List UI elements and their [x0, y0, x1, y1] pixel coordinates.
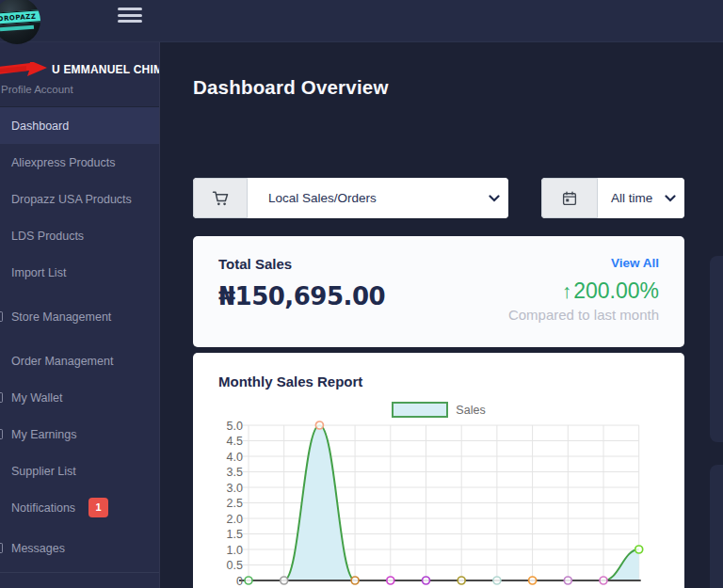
cut-off-icon: [0, 311, 3, 322]
sidebar-item-aliexpress-products[interactable]: Aliexpress Products: [0, 144, 159, 181]
logo-text: DROPAZZ: [0, 9, 40, 25]
profile-name: U EMMANUEL CHIM: [0, 62, 159, 77]
comparison-label: Compared to last month: [508, 307, 659, 323]
sales-filter-group: Local Sales/Orders: [193, 178, 508, 218]
filter-row: Local Sales/Orders All time: [193, 178, 684, 218]
cut-off-icon: [0, 543, 3, 553]
svg-text:2.5: 2.5: [227, 497, 243, 510]
dropazz-logo[interactable]: DROPAZZ: [0, 0, 40, 44]
main-content: Dashboard Overview Local Sales/Orders: [160, 42, 723, 588]
time-filter-group: All time: [541, 178, 684, 218]
chevron-down-icon: [489, 195, 500, 202]
scrollbar-thumb[interactable]: [710, 256, 723, 442]
sidebar-item-messages[interactable]: Messages: [0, 530, 159, 566]
svg-text:2.0: 2.0: [227, 513, 243, 526]
logo-ribbon: [0, 25, 34, 32]
sidebar-item-supplier-list[interactable]: Supplier List: [0, 453, 159, 489]
sidebar-item-store-management[interactable]: Store Management: [0, 298, 159, 335]
svg-text:0.5: 0.5: [227, 559, 243, 572]
sidebar-item-lds-products[interactable]: LDS Products: [0, 217, 159, 254]
chevron-down-icon: [665, 195, 676, 202]
chart-title: Monthly Sales Report: [218, 373, 659, 389]
total-sales-amount: ₦150,695.00: [218, 282, 385, 310]
calendar-icon: [541, 178, 598, 218]
notification-badge: 1: [88, 498, 108, 517]
sidebar-item-dashboard[interactable]: Dashboard: [0, 107, 159, 144]
svg-text:4.0: 4.0: [227, 451, 243, 464]
sidebar-item-training[interactable]: Training: [0, 572, 159, 588]
svg-text:0: 0: [236, 575, 243, 587]
scrollbar-thumb[interactable]: [710, 465, 723, 588]
svg-text:4.5: 4.5: [227, 435, 243, 448]
page-title: Dashboard Overview: [193, 76, 723, 99]
profile-subtitle: Profile Account: [1, 84, 159, 95]
monthly-sales-card: Monthly Sales Report Sales 5.04.54.03.53…: [193, 353, 684, 588]
svg-text:3.5: 3.5: [227, 466, 243, 479]
sidebar-item-my-wallet[interactable]: My Wallet: [0, 379, 159, 416]
up-arrow-icon: ↑: [562, 280, 572, 302]
sidebar-item-import-list[interactable]: Import List: [0, 254, 159, 291]
cut-off-icon: [0, 429, 3, 439]
sales-chart-area: 5.04.54.03.53.02.52.01.51.00.50: [218, 419, 659, 588]
hamburger-menu-icon[interactable]: [118, 8, 142, 26]
chart-legend[interactable]: Sales: [218, 402, 659, 418]
sidebar-nav: Dashboard Aliexpress Products Dropazz US…: [0, 107, 159, 588]
sales-change: ↑200.00%: [508, 278, 659, 304]
svg-text:5.0: 5.0: [227, 420, 243, 433]
sidebar-item-my-earnings[interactable]: My Earnings: [0, 416, 159, 453]
legend-label: Sales: [456, 404, 485, 417]
profile-section[interactable]: U EMMANUEL CHIM Profile Account: [0, 42, 159, 107]
legend-swatch: [392, 402, 448, 418]
sales-chart: 5.04.54.03.53.02.52.01.51.00.50: [218, 419, 659, 586]
cart-icon: [193, 178, 248, 218]
sidebar-item-dropazz-usa-products[interactable]: Dropazz USA Products: [0, 181, 159, 217]
sidebar: U EMMANUEL CHIM Profile Account Dashboar…: [0, 42, 160, 588]
svg-text:3.0: 3.0: [227, 482, 243, 495]
topbar: DROPAZZ: [0, 0, 723, 42]
svg-text:1.0: 1.0: [227, 544, 243, 557]
view-all-link[interactable]: View All: [508, 256, 659, 270]
sales-type-select[interactable]: Local Sales/Orders: [248, 178, 508, 218]
sidebar-item-notifications[interactable]: Notifications 1: [0, 489, 159, 526]
redaction-scribble-icon: [0, 62, 56, 77]
total-sales-card: Total Sales ₦150,695.00 View All ↑200.00…: [193, 236, 684, 347]
total-sales-title: Total Sales: [218, 256, 385, 272]
sidebar-item-order-management[interactable]: Order Management: [0, 342, 159, 379]
time-range-select[interactable]: All time: [598, 178, 684, 218]
svg-text:1.5: 1.5: [227, 528, 243, 541]
cut-off-icon: [0, 392, 3, 403]
